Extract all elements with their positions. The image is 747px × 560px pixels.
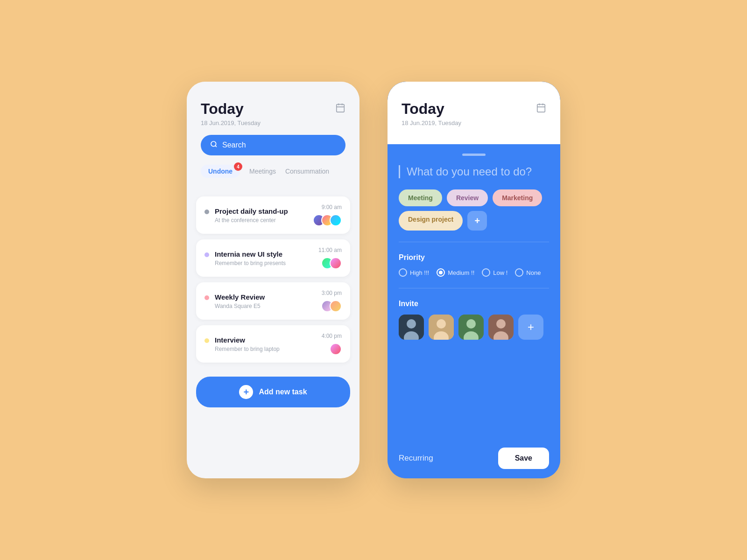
blue-panel: What do you need to do? Meeting Review M… <box>388 144 560 478</box>
task-card[interactable]: Interview Remember to bring laptop 4:00 … <box>196 325 350 363</box>
category-tags: Meeting Review Marketing Design project … <box>399 189 549 242</box>
task-card[interactable]: Internia new UI style Remember to bring … <box>196 239 350 277</box>
priority-options: High !!! Medium !! Low ! None <box>399 268 549 277</box>
task-card[interactable]: Weekly Review Wanda Square E5 3:00 pm <box>196 282 350 320</box>
task-name: Interview <box>215 336 280 344</box>
add-category-button[interactable]: + <box>467 211 487 231</box>
invite-add-button[interactable]: + <box>518 315 543 340</box>
invite-avatar-1[interactable] <box>399 315 424 340</box>
radio-none[interactable] <box>515 268 523 277</box>
left-date: 18 Jun.2019, Tuesday <box>201 119 345 126</box>
priority-high-label: High !!! <box>410 269 429 276</box>
priority-medium-label: Medium !! <box>448 269 474 276</box>
svg-point-14 <box>437 319 446 329</box>
tabs-container: Undone 4 Meetings Consummation <box>201 165 345 178</box>
svg-line-5 <box>215 146 217 147</box>
tag-marketing[interactable]: Marketing <box>493 189 542 206</box>
priority-medium[interactable]: Medium !! <box>437 268 474 277</box>
task-dot <box>204 295 209 300</box>
radio-low[interactable] <box>482 268 490 277</box>
task-subtitle: Wanda Square E5 <box>215 303 265 309</box>
invite-section: Invite <box>399 300 549 340</box>
tag-review[interactable]: Review <box>447 189 488 206</box>
right-date: 18 Jun.2019, Tuesday <box>402 119 546 126</box>
priority-none[interactable]: None <box>515 268 541 277</box>
tab-meetings[interactable]: Meetings <box>249 168 276 175</box>
recurring-button[interactable]: Recurring <box>399 454 433 463</box>
add-task-button[interactable]: + Add new task <box>196 377 350 407</box>
plus-icon: + <box>239 385 253 399</box>
task-dot <box>204 252 209 257</box>
left-phone: Today 18 Jun.2019, Tuesday <box>187 82 359 478</box>
save-button[interactable]: Save <box>498 448 549 469</box>
radio-high[interactable] <box>399 268 407 277</box>
tab-undone[interactable]: Undone 4 <box>201 165 240 178</box>
tag-meeting[interactable]: Meeting <box>399 189 442 206</box>
task-subtitle: Remember to bring laptop <box>215 346 280 352</box>
task-time: 4:00 pm <box>322 333 342 339</box>
priority-section: Priority High !!! Medium !! Low ! <box>399 253 549 288</box>
priority-label: Priority <box>399 253 549 262</box>
avatars <box>321 300 342 312</box>
right-phone: Today 18 Jun.2019, Tuesday What do you n… <box>388 82 560 478</box>
avatar <box>330 343 342 355</box>
left-header: Today 18 Jun.2019, Tuesday <box>187 82 359 196</box>
svg-point-11 <box>407 319 416 329</box>
right-title: Today <box>402 100 444 118</box>
calendar-icon-right[interactable] <box>536 103 546 115</box>
priority-high[interactable]: High !!! <box>399 268 429 277</box>
priority-none-label: None <box>526 269 541 276</box>
task-name: Weekly Review <box>215 293 265 301</box>
add-task-label: Add new task <box>259 388 307 396</box>
invite-avatar-2[interactable] <box>429 315 454 340</box>
search-icon <box>210 140 218 150</box>
calendar-icon[interactable] <box>335 103 345 115</box>
search-text: Search <box>222 141 246 149</box>
avatar <box>330 214 342 226</box>
avatar <box>330 300 342 312</box>
app-container: Today 18 Jun.2019, Tuesday <box>168 54 579 506</box>
svg-point-20 <box>496 319 506 329</box>
task-time: 9:00 am <box>322 204 342 210</box>
task-card[interactable]: Project daily stand-up At the conference… <box>196 196 350 234</box>
task-dot <box>204 210 209 214</box>
svg-rect-0 <box>337 105 345 112</box>
tab-badge: 4 <box>234 162 242 171</box>
right-header: Today 18 Jun.2019, Tuesday <box>388 82 560 144</box>
notch <box>462 154 486 156</box>
tag-design[interactable]: Design project <box>399 211 463 231</box>
task-subtitle: Remember to bring presents <box>215 260 286 266</box>
task-time: 3:00 pm <box>322 290 342 296</box>
invite-avatar-4[interactable] <box>488 315 514 340</box>
invite-avatar-3[interactable] <box>458 315 484 340</box>
tab-consummation[interactable]: Consummation <box>285 168 329 175</box>
priority-low[interactable]: Low ! <box>482 268 507 277</box>
task-name: Internia new UI style <box>215 250 286 258</box>
invite-avatars: + <box>399 315 549 340</box>
radio-medium[interactable] <box>437 268 445 277</box>
svg-point-17 <box>466 319 476 329</box>
tasks-list: Project daily stand-up At the conference… <box>187 196 359 372</box>
search-bar[interactable]: Search <box>201 135 345 155</box>
task-placeholder: What do you need to do? <box>407 165 532 178</box>
priority-low-label: Low ! <box>493 269 507 276</box>
bottom-actions: Recurring Save <box>399 440 549 469</box>
task-input-area[interactable]: What do you need to do? <box>399 165 549 178</box>
task-dot <box>204 338 209 343</box>
avatars <box>321 257 342 269</box>
task-time: 11:00 am <box>318 247 342 253</box>
svg-point-4 <box>211 141 216 147</box>
avatars <box>330 343 342 355</box>
avatar <box>330 257 342 269</box>
invite-label: Invite <box>399 300 549 308</box>
task-name: Project daily stand-up <box>215 207 288 215</box>
left-title: Today <box>201 100 244 118</box>
svg-rect-6 <box>537 105 545 112</box>
avatars <box>313 214 342 226</box>
task-subtitle: At the conference center <box>215 217 288 224</box>
